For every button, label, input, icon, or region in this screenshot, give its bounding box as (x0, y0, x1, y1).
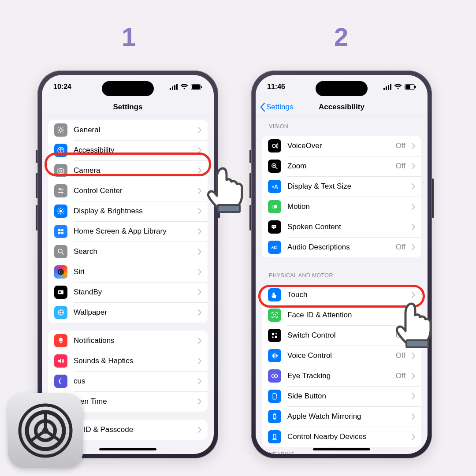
svg-point-42 (60, 312, 62, 313)
row-label: cus (74, 377, 192, 386)
svg-rect-31 (58, 232, 60, 234)
svg-rect-84 (274, 419, 276, 420)
step-number-2: 2 (334, 22, 348, 52)
row-display-brightness[interactable]: Display & Brightness (48, 201, 208, 221)
svg-rect-52 (405, 85, 410, 89)
power-button (218, 178, 220, 218)
chevron-right-icon (412, 163, 415, 169)
row-label: Spoken Content (287, 223, 405, 231)
chevron-right-icon (412, 332, 415, 338)
svg-rect-14 (58, 169, 64, 173)
row-standby[interactable]: StandBy (48, 282, 208, 302)
row-label: Notifications (74, 336, 192, 345)
svg-point-18 (59, 189, 60, 190)
row-side-button[interactable]: Side Button (262, 386, 421, 406)
row-motion[interactable]: Motion (262, 197, 421, 217)
row-siri[interactable]: Siri (48, 262, 208, 282)
back-label: Settings (266, 103, 293, 112)
row-audio-descriptions[interactable]: ADAudio DescriptionsOff (262, 237, 421, 257)
row-control-nearby-devices[interactable]: Control Nearby Devices (262, 427, 421, 447)
volume-up-button (249, 173, 251, 198)
svg-line-56 (275, 167, 277, 169)
chevron-right-icon (198, 269, 201, 275)
chevron-right-icon (198, 427, 201, 433)
row-notifications[interactable]: Notifications (48, 331, 208, 351)
gear-icon (54, 123, 67, 137)
row-label: Camera (74, 166, 192, 175)
screen-2: 11:46 Settings Accessibility VISION Voic… (256, 75, 428, 454)
svg-rect-71 (272, 333, 274, 335)
home-indicator[interactable] (313, 448, 370, 450)
chevron-right-icon (412, 292, 415, 298)
row-value: Off (396, 331, 405, 340)
row-label: Display & Brightness (74, 207, 192, 216)
chevron-right-icon (412, 204, 415, 210)
svg-rect-29 (58, 229, 60, 231)
row-label: Motion (287, 202, 405, 211)
row-accessibility[interactable]: Accessibility (48, 140, 208, 160)
siri-icon (54, 265, 67, 279)
back-button[interactable]: Settings (260, 103, 293, 112)
row-control-center[interactable]: Control Center (48, 181, 208, 201)
row-display-text-size[interactable]: AADisplay & Text Size (262, 176, 421, 197)
switch-icon (268, 329, 281, 342)
row-sounds-haptics[interactable]: Sounds & Haptics (48, 351, 208, 371)
bright-icon (54, 205, 67, 218)
row-label: Accessibility (74, 146, 192, 155)
svg-text:A: A (274, 184, 278, 190)
touch-icon (268, 288, 281, 301)
row-label: ce ID & Passcode (74, 425, 192, 434)
svg-text:AD: AD (271, 245, 277, 249)
chevron-right-icon (412, 434, 415, 440)
row-search[interactable]: Search (48, 242, 208, 262)
row-label: VoiceOver (287, 141, 390, 150)
row-voiceover[interactable]: VoiceOverOff (262, 136, 421, 156)
row-wallpaper[interactable]: Wallpaper (48, 302, 208, 323)
row-focus[interactable]: cus (48, 371, 208, 391)
nearby-icon (268, 430, 281, 443)
status-time: 11:46 (267, 83, 285, 91)
power-button (432, 178, 434, 218)
row-zoom[interactable]: ZoomOff (262, 156, 421, 176)
svg-rect-80 (273, 393, 276, 399)
chevron-right-icon (198, 378, 201, 384)
row-switch-control[interactable]: Switch ControlOff (262, 325, 421, 346)
voice-icon (268, 349, 281, 362)
moon-icon (54, 375, 67, 388)
svg-rect-82 (273, 415, 276, 419)
svg-rect-50 (218, 205, 240, 212)
row-label: Sounds & Haptics (74, 357, 192, 365)
svg-line-10 (58, 132, 59, 133)
chevron-right-icon (198, 249, 201, 255)
chevron-right-icon (198, 167, 201, 174)
chevron-right-icon (412, 413, 415, 420)
chevron-right-icon (412, 353, 415, 359)
svg-line-34 (62, 253, 63, 254)
row-apple-watch-mirroring[interactable]: Apple Watch Mirroring (262, 406, 421, 427)
chevron-right-icon (412, 244, 415, 250)
chevron-right-icon (412, 393, 415, 399)
row-touch[interactable]: Touch (262, 285, 421, 305)
wall-icon (54, 306, 67, 319)
status-time: 10:24 (53, 83, 71, 91)
row-face-id-attention[interactable]: Face ID & Attention (262, 305, 421, 325)
chevron-right-icon (198, 338, 201, 344)
svg-point-33 (58, 249, 62, 253)
svg-rect-1 (192, 85, 200, 89)
home-indicator[interactable] (99, 448, 156, 450)
accessibility-list[interactable]: VISION VoiceOverOffZoomOffAADisplay & Te… (256, 116, 428, 454)
row-value: Off (396, 351, 405, 360)
apps-icon (54, 225, 67, 238)
row-voice-control[interactable]: Voice ControlOff (262, 346, 421, 366)
row-label: Touch (287, 290, 405, 299)
row-home-screen-app-library[interactable]: Home Screen & App Library (48, 221, 208, 242)
section-header-vision: VISION (256, 116, 428, 132)
row-general[interactable]: General (48, 120, 208, 140)
row-value: Off (396, 372, 405, 380)
row-spoken-content[interactable]: Spoken Content (262, 217, 421, 237)
row-eye-tracking[interactable]: Eye TrackingOff (262, 366, 421, 386)
audiodesc-icon: AD (268, 241, 281, 254)
svg-point-65 (272, 226, 273, 227)
voiceover-icon (268, 139, 281, 152)
row-camera[interactable]: Camera (48, 160, 208, 181)
